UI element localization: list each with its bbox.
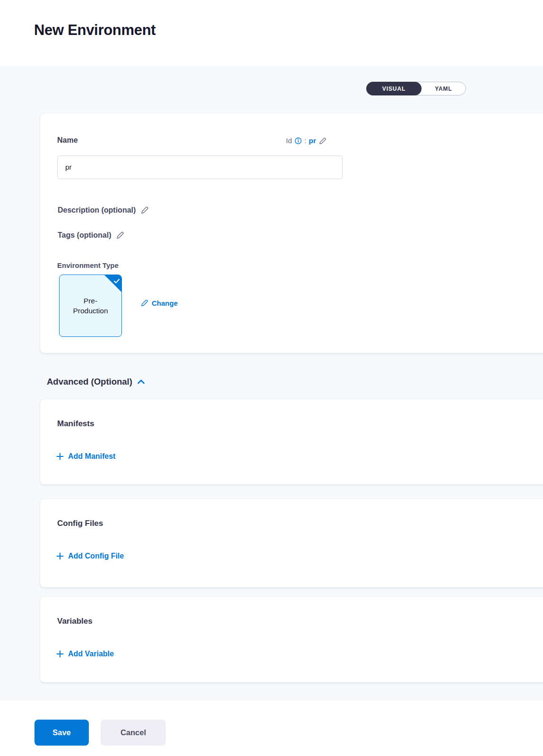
config-files-title: Config Files	[57, 519, 103, 528]
add-variable-button[interactable]: Add Variable	[56, 650, 114, 658]
name-label: Name	[57, 136, 78, 145]
manifests-title: Manifests	[57, 419, 94, 429]
new-environment-page: New Environment VISUAL YAML Name Id : pr	[0, 0, 543, 756]
name-input[interactable]	[57, 155, 343, 179]
description-toggle[interactable]: Description (optional)	[58, 206, 149, 215]
add-manifest-label: Add Manifest	[68, 452, 115, 461]
cancel-button[interactable]: Cancel	[101, 720, 166, 746]
id-value: pr	[309, 137, 316, 145]
info-icon[interactable]	[294, 137, 302, 145]
change-pencil-icon	[140, 299, 148, 307]
edit-tags-pencil-icon[interactable]	[116, 231, 124, 240]
entity-id-row: Id : pr	[286, 137, 327, 145]
description-label: Description (optional)	[58, 206, 136, 215]
variables-card: Variables Add Variable	[40, 597, 543, 682]
advanced-section-toggle[interactable]: Advanced (Optional)	[47, 377, 145, 387]
variables-title: Variables	[57, 617, 93, 626]
check-icon	[114, 277, 120, 285]
plus-icon	[56, 650, 64, 658]
page-title: New Environment	[34, 22, 155, 39]
manifests-card: Manifests Add Manifest	[40, 399, 543, 484]
tab-yaml[interactable]: YAML	[422, 82, 465, 95]
add-config-file-label: Add Config File	[68, 552, 124, 560]
environment-type-tile-pre-production[interactable]: Pre-Production	[59, 275, 122, 337]
environment-type-value: Pre-Production	[60, 296, 121, 316]
tags-toggle[interactable]: Tags (optional)	[58, 231, 124, 240]
change-environment-type-link[interactable]: Change	[140, 299, 178, 307]
edit-description-pencil-icon[interactable]	[140, 206, 149, 215]
edit-id-pencil-icon[interactable]	[319, 137, 327, 145]
plus-icon	[56, 453, 64, 460]
tab-visual[interactable]: VISUAL	[366, 82, 422, 95]
tags-label: Tags (optional)	[58, 231, 111, 240]
environment-type-label: Environment Type	[57, 261, 119, 269]
add-manifest-button[interactable]: Add Manifest	[56, 452, 115, 461]
plus-icon	[56, 552, 64, 560]
change-label: Change	[152, 299, 178, 307]
advanced-label: Advanced (Optional)	[47, 377, 132, 387]
environment-details-card: Name Id : pr Description (optional)	[40, 113, 543, 353]
id-colon: :	[304, 137, 306, 145]
visual-yaml-toggle[interactable]: VISUAL YAML	[366, 82, 466, 95]
save-button[interactable]: Save	[34, 720, 89, 746]
add-variable-label: Add Variable	[68, 650, 114, 658]
id-label: Id	[286, 137, 292, 145]
config-files-card: Config Files Add Config File	[40, 499, 543, 587]
chevron-up-icon	[138, 379, 145, 384]
add-config-file-button[interactable]: Add Config File	[56, 552, 124, 560]
